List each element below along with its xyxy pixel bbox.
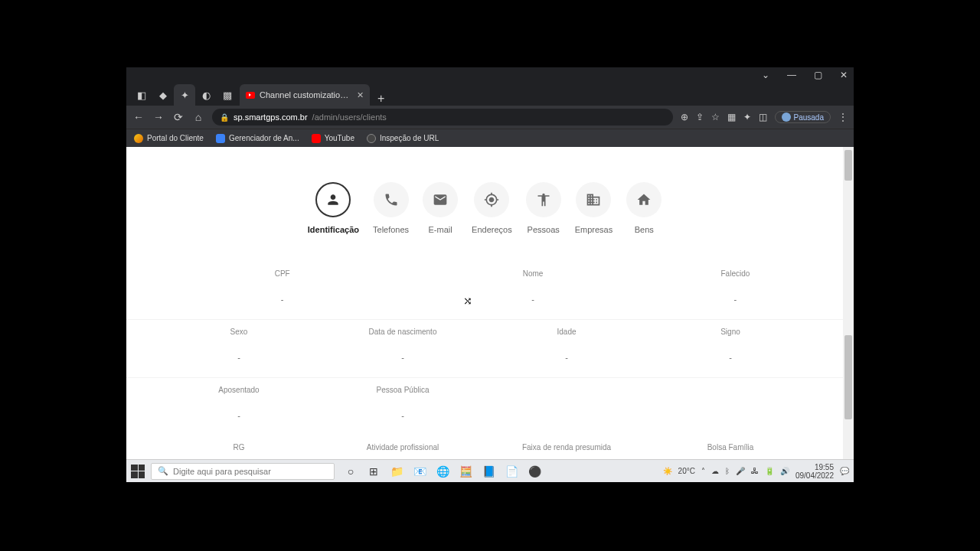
pinned-tab-1[interactable]: ◧ — [131, 84, 152, 106]
tray-chevron-icon[interactable]: ˄ — [701, 467, 705, 475]
pinned-tab-2[interactable]: ◆ — [152, 84, 174, 106]
search-placeholder: Digite aqui para pesquisar — [173, 467, 271, 476]
scrollbar-thumb[interactable] — [844, 335, 852, 419]
nav-enderecos[interactable]: Endereços — [472, 182, 512, 234]
network-icon[interactable]: 🖧 — [751, 467, 759, 475]
field-aposentado: Aposentado- — [157, 378, 321, 435]
bookmark-youtube[interactable]: YouTube — [312, 134, 354, 143]
battery-icon[interactable]: 🔋 — [765, 467, 774, 475]
volume-icon[interactable]: 🔊 — [780, 467, 789, 475]
phone-icon — [384, 192, 399, 207]
field-idade: Idade- — [485, 320, 648, 377]
business-icon — [586, 192, 601, 207]
window-dropdown-icon[interactable]: ⌄ — [760, 70, 771, 80]
pinned-tab-4[interactable]: ◐ — [195, 84, 217, 106]
profile-label: Pausada — [794, 113, 824, 122]
mail-app-icon[interactable]: 📧 — [411, 463, 428, 480]
search-icon: 🔍 — [158, 466, 168, 476]
youtube-icon — [246, 92, 255, 99]
system-tray: ☀️ 20°C ˄ ☁ ᛒ 🎤 🖧 🔋 🔊 19:55 09/04/2022 💬 — [663, 463, 849, 480]
chrome-menu-icon[interactable]: ⋮ — [838, 112, 848, 122]
nav-identificacao[interactable]: Identificação — [308, 182, 359, 234]
cortana-icon[interactable]: ○ — [342, 463, 359, 480]
extension-1-icon[interactable]: ▦ — [727, 112, 736, 122]
bookmark-star-icon[interactable]: ☆ — [711, 112, 720, 122]
field-pessoa-publica: Pessoa Pública- — [321, 378, 485, 435]
share-icon[interactable]: ⇪ — [696, 112, 704, 122]
chrome-window: ⌄ ― ▢ ✕ ◧ ◆ ✦ ◐ ▩ Channel customization … — [126, 67, 854, 482]
avatar-icon — [782, 112, 791, 122]
omnibox[interactable]: 🔒 sp.smartgps.com.br/admin/users/clients — [212, 109, 673, 126]
tab-strip: ◧ ◆ ✦ ◐ ▩ Channel customization - YouTub… — [126, 83, 854, 106]
chrome-app-icon[interactable]: 🌐 — [434, 463, 451, 480]
section-nav: Identificação Telefones E-mail Endereços — [126, 182, 843, 234]
address-bar: ← → ⟳ ⌂ 🔒 sp.smartgps.com.br/admin/users… — [126, 106, 854, 129]
nav-bens[interactable]: Bens — [626, 182, 662, 234]
edge-app-icon[interactable]: 📘 — [480, 463, 497, 480]
page-content: Identificação Telefones E-mail Endereços — [126, 147, 843, 482]
field-cpf: CPF- — [157, 262, 407, 319]
maximize-button[interactable]: ▢ — [812, 70, 823, 80]
close-tab-icon[interactable]: ✕ — [357, 90, 364, 100]
field-sexo: Sexo- — [157, 320, 321, 377]
bookmark-icon — [367, 134, 376, 143]
scrollbar-thumb-top[interactable] — [844, 150, 852, 181]
translate-icon[interactable]: ⊕ — [681, 112, 688, 122]
mail-icon — [433, 192, 448, 207]
notifications-icon[interactable]: 💬 — [840, 467, 849, 475]
weather-icon[interactable]: ☀️ — [663, 467, 672, 475]
profile-chip[interactable]: Pausada — [775, 111, 831, 123]
word-app-icon[interactable]: 📄 — [503, 463, 520, 480]
taskbar-clock[interactable]: 19:55 09/04/2022 — [795, 463, 834, 480]
bookmark-portal-cliente[interactable]: Portal do Cliente — [134, 134, 204, 143]
field-nome: Nome- — [407, 262, 658, 319]
accessibility-icon — [536, 192, 551, 207]
new-tab-button[interactable]: + — [370, 92, 392, 106]
url-path: /admin/users/clients — [312, 112, 387, 122]
identification-grid: CPF- Nome- Falecido- Sexo- Data de nasci… — [126, 262, 843, 482]
location-icon — [484, 192, 499, 207]
obs-app-icon[interactable]: ⚫ — [526, 463, 543, 480]
sidepanel-icon[interactable]: ◫ — [759, 112, 767, 122]
bluetooth-icon[interactable]: ᛒ — [725, 467, 730, 475]
bookmark-gerenciador[interactable]: Gerenciador de An... — [216, 134, 299, 143]
browser-tab-youtube[interactable]: Channel customization - YouTub ✕ — [240, 84, 370, 106]
field-signo: Signo- — [648, 320, 812, 377]
start-button[interactable] — [131, 465, 145, 478]
nav-pessoas[interactable]: Pessoas — [526, 182, 561, 234]
onedrive-icon[interactable]: ☁ — [711, 467, 719, 475]
forward-button[interactable]: → — [152, 111, 165, 123]
field-data-nascimento: Data de nascimento- — [321, 320, 485, 377]
reload-button[interactable]: ⟳ — [172, 111, 185, 123]
close-window-button[interactable]: ✕ — [838, 70, 849, 80]
bookmarks-bar: Portal do Cliente Gerenciador de An... Y… — [126, 129, 854, 147]
home-button[interactable]: ⌂ — [192, 111, 204, 123]
weather-temp[interactable]: 20°C — [678, 467, 695, 475]
bookmark-icon — [134, 134, 143, 143]
window-titlebar: ⌄ ― ▢ ✕ — [126, 67, 854, 83]
minimize-button[interactable]: ― — [786, 70, 797, 80]
back-button[interactable]: ← — [132, 111, 145, 123]
pinned-tab-5[interactable]: ▩ — [217, 84, 238, 106]
bookmark-icon — [312, 134, 321, 143]
nav-empresas[interactable]: Empresas — [575, 182, 613, 234]
mic-icon[interactable]: 🎤 — [736, 467, 745, 475]
bookmark-icon — [216, 134, 225, 143]
scrollbar-track[interactable] — [843, 147, 854, 482]
extensions-icon[interactable]: ✦ — [743, 112, 751, 122]
bookmark-inspecao-url[interactable]: Inspeção de URL — [367, 134, 439, 143]
store-icon[interactable]: 🧮 — [457, 463, 474, 480]
nav-email[interactable]: E-mail — [423, 182, 458, 234]
person-icon — [325, 192, 341, 207]
taskbar-search[interactable]: 🔍 Digite aqui para pesquisar — [151, 463, 335, 480]
field-falecido: Falecido- — [658, 262, 812, 319]
nav-telefones[interactable]: Telefones — [373, 182, 409, 234]
lock-icon: 🔒 — [220, 113, 229, 122]
pinned-tab-3[interactable]: ✦ — [174, 84, 195, 106]
tab-label: Channel customization - YouTub — [260, 90, 352, 99]
url-domain: sp.smartgps.com.br — [234, 112, 308, 122]
house-icon — [636, 192, 652, 207]
task-view-icon[interactable]: ⊞ — [365, 463, 382, 480]
file-explorer-icon[interactable]: 📁 — [388, 463, 405, 480]
page-viewport: Identificação Telefones E-mail Endereços — [126, 147, 854, 482]
